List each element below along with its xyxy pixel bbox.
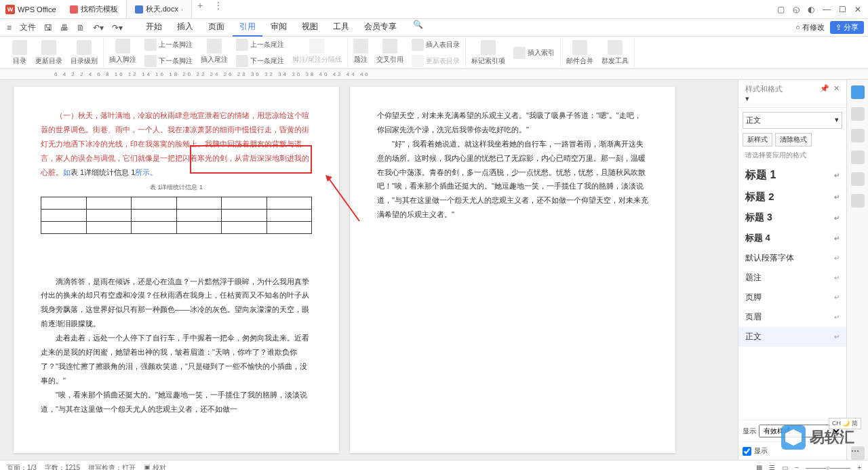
style-item-题注[interactable]: 题注↵	[738, 268, 846, 288]
rail-select-icon[interactable]	[851, 107, 865, 121]
prev-endnote-button[interactable]: 上一条尾注	[233, 37, 287, 52]
ribbon-toolbar: 目录 更新目录 目录级别 插入脚注 上一条脚注 下一条脚注 插入尾注 上一条尾注…	[0, 37, 868, 69]
sync-icon[interactable]: ◵	[793, 5, 800, 14]
app-logo: W WPS Office	[0, 5, 62, 14]
view-outline-icon[interactable]: ☰	[769, 464, 775, 470]
tab-start[interactable]: 开始	[139, 18, 169, 37]
tab-tools[interactable]: 工具	[326, 18, 356, 37]
tab-member[interactable]: 会员专享	[357, 18, 403, 37]
status-words[interactable]: 字数：1215	[45, 463, 80, 471]
tab-templates[interactable]: 找稻壳模板	[62, 0, 127, 18]
status-page[interactable]: 页面：1/3	[7, 463, 37, 471]
style-item-正文[interactable]: 正文↵	[738, 327, 846, 347]
appbox-icon[interactable]: ▢	[777, 5, 785, 14]
paragraph-4a[interactable]: 个仰望天空，对未来充满希望的乐观主义者。"我吸了吸鼻子答道："嗯"。"走吧，你回…	[377, 109, 648, 137]
page-2[interactable]: 个仰望天空，对未来充满希望的乐观主义者。"我吸了吸鼻子答道："嗯"。"走吧，你回…	[350, 87, 675, 453]
new-tab-button[interactable]: +	[192, 0, 208, 18]
template-icon	[70, 5, 78, 14]
style-item-标题 4[interactable]: 标题 4↵	[738, 228, 846, 248]
crossref-button[interactable]: 交叉引用	[374, 37, 406, 68]
insert-figtable-button[interactable]: 插入表目录	[409, 37, 462, 52]
view-layout-icon[interactable]: ▦	[756, 464, 762, 470]
paragraph-2[interactable]: 滴滴答答，是雨在倾诉，还是心在流血？一片黯然浮于眼眸，为什么我用真挚付出的换来的…	[41, 275, 312, 332]
caption-button[interactable]: 题注	[351, 37, 371, 68]
show-check-label: 显示	[754, 446, 768, 456]
update-figtable-button[interactable]: 更新表目录	[409, 54, 462, 68]
ribbon-tabs: 开始 插入 页面 引用 审阅 视图 工具 会员专享 🔍	[139, 18, 426, 37]
maximize-button[interactable]: ☐	[839, 5, 846, 14]
mass-tools-button[interactable]: 群发工具	[599, 39, 631, 67]
clear-format-button[interactable]: 清除格式	[775, 133, 812, 146]
redo-icon[interactable]: ↷▾	[109, 22, 125, 34]
zoom-out-icon[interactable]: −	[795, 464, 799, 470]
undo-icon[interactable]: ↶▾	[90, 22, 106, 34]
tab-view[interactable]: 视图	[295, 18, 325, 37]
rail-toolbox-icon[interactable]	[851, 172, 865, 186]
zoom-in-icon[interactable]: +	[857, 464, 861, 470]
pin-icon[interactable]: 📌	[820, 84, 829, 103]
insert-footnote-button[interactable]: 插入脚注	[106, 37, 139, 68]
rail-page-icon[interactable]	[851, 151, 865, 164]
toc-level-button[interactable]: 目录级别	[68, 39, 100, 67]
paragraph-4b[interactable]: "好"，我看着她说道。就这样我坐着她的自行车，一路冒着雨，渐渐离开这失意的场所。…	[377, 137, 648, 222]
show-label: 显示	[743, 427, 756, 436]
note-separator-button[interactable]: 脚注/尾注分隔线	[290, 37, 344, 68]
watermark: 易软汇	[781, 425, 854, 450]
style-item-标题 1[interactable]: 标题 1↵	[738, 164, 846, 187]
style-list: 标题 1↵标题 2↵标题 3↵标题 4↵默认段落字体↵题注↵页脚↵页眉↵正文↵	[738, 164, 846, 420]
style-item-页眉[interactable]: 页眉↵	[738, 307, 846, 327]
style-item-标题 3[interactable]: 标题 3↵	[738, 208, 846, 228]
search-icon[interactable]: 🔍	[410, 18, 426, 37]
changes-indicator: ○ 有修改	[795, 22, 825, 33]
tab-reference[interactable]: 引用	[233, 18, 262, 37]
status-proof[interactable]: ▣ 校对	[144, 463, 166, 471]
close-button[interactable]: ✕	[854, 5, 861, 14]
view-web-icon[interactable]: ▭	[782, 464, 788, 470]
style-item-页脚[interactable]: 页脚↵	[738, 288, 846, 307]
next-footnote-button[interactable]: 下一条脚注	[142, 54, 195, 68]
toc-button[interactable]: 目录	[9, 39, 30, 67]
next-endnote-button[interactable]: 下一条尾注	[233, 54, 287, 68]
document-area[interactable]: （一）秋天，落叶满地，冷寂的秋雨肆意地宣泄着它的情绪，用悲凉给这个喧嚣的世界调色…	[0, 80, 738, 460]
menu-toggle[interactable]: ≡	[4, 22, 14, 34]
new-style-button[interactable]: 新样式	[743, 133, 772, 146]
page-1[interactable]: （一）秋天，落叶满地，冷寂的秋雨肆意地宣泄着它的情绪，用悲凉给这个喧嚣的世界调色…	[14, 87, 339, 453]
tab-document[interactable]: 秋天.docx ·	[127, 0, 192, 18]
minimize-button[interactable]: —	[823, 5, 831, 14]
style-item-默认段落字体[interactable]: 默认段落字体↵	[738, 248, 846, 268]
mailmerge-button[interactable]: 邮件合并	[564, 39, 596, 67]
insert-index-button[interactable]: 插入索引	[511, 39, 557, 67]
mark-index-button[interactable]: 标记索引项	[469, 39, 508, 67]
status-spell[interactable]: 拼写检查：打开	[88, 463, 136, 471]
close-panel-icon[interactable]: ✕	[833, 84, 840, 103]
current-style-select[interactable]: 正文▾	[743, 112, 842, 129]
paragraph-3a[interactable]: 走着走着，远处一个人停下了自行车，手中握着一把伞，匆匆向我走来。近看走来的是我的…	[41, 331, 312, 388]
tab-menu-button[interactable]: ⋮	[208, 0, 229, 18]
rail-settings-icon[interactable]	[851, 194, 865, 208]
preview-icon[interactable]: 🗎	[74, 22, 87, 34]
rail-pen-icon[interactable]	[851, 85, 865, 99]
table-caption[interactable]: 表 1详细统计信息 1	[41, 182, 312, 193]
tab-review[interactable]: 审阅	[264, 18, 294, 37]
table-1[interactable]	[41, 197, 312, 234]
file-menu[interactable]: 文件	[17, 20, 39, 35]
save-icon[interactable]: 🖫	[41, 22, 55, 34]
watermark-icon	[781, 425, 806, 450]
paragraph-3b[interactable]: "唉，看来那个插曲还挺大的。"她逗趣地一笑，一手揽住了我的胳膊，淡淡说道，"与其…	[41, 388, 312, 416]
rail-shape-icon[interactable]	[851, 129, 865, 142]
zoom-slider[interactable]: ———○———	[806, 464, 850, 470]
ruler: 6 4 2 2 4 6 8 10 12 14 16 18 20 22 24 26…	[0, 69, 868, 80]
share-button[interactable]: ⇪ 分享	[830, 21, 864, 34]
prev-footnote-button[interactable]: 上一条脚注	[142, 37, 195, 52]
tab-page[interactable]: 页面	[201, 18, 231, 37]
show-checkbox[interactable]	[743, 447, 751, 456]
insert-endnote-button[interactable]: 插入尾注	[198, 37, 231, 68]
style-item-标题 2[interactable]: 标题 2↵	[738, 187, 846, 208]
status-bar: 页面：1/3 字数：1215 拼写检查：打开 ▣ 校对 ▦ ☰ ▭ − ———○…	[0, 460, 868, 470]
paragraph-red[interactable]: （一）秋天，落叶满地，冷寂的秋雨肆意地宣泄着它的情绪，用悲凉给这个喧嚣的世界调色…	[41, 109, 312, 179]
tab-insert[interactable]: 插入	[170, 18, 200, 37]
print-icon[interactable]: 🖶	[58, 22, 71, 34]
avatar-icon[interactable]: ◐	[808, 5, 814, 14]
styles-panel: 样式和格式 ▾ 📌✕ 正文▾ 新样式 清除格式 请选择要应用的格式 标题 1↵标…	[738, 80, 846, 460]
update-toc-button[interactable]: 更新目录	[33, 39, 65, 67]
